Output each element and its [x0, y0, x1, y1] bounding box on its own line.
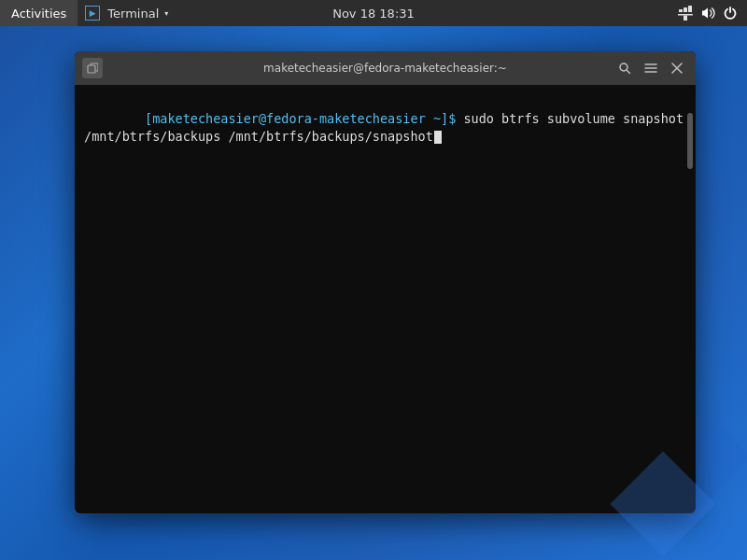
power-icon[interactable]: [721, 0, 740, 26]
menu-button[interactable]: [640, 57, 662, 79]
svg-rect-2: [688, 6, 692, 12]
svg-rect-3: [678, 14, 693, 16]
topbar-right: [676, 0, 747, 26]
terminal-app-icon: ▶: [85, 6, 100, 21]
terminal-cursor: [434, 131, 442, 144]
svg-point-6: [620, 63, 627, 71]
topbar: Activities ▶ Terminal ▾ Nov 18 18:31: [0, 0, 747, 26]
terminal-content[interactable]: [maketecheasier@fedora-maketecheasier ~]…: [75, 85, 696, 513]
svg-rect-1: [684, 7, 687, 12]
topbar-left: Activities ▶ Terminal ▾: [0, 0, 176, 26]
datetime-label: Nov 18 18:31: [332, 7, 415, 21]
activities-button[interactable]: Activities: [0, 0, 78, 26]
terminal-menu-button[interactable]: ▶ Terminal ▾: [78, 0, 176, 26]
scrollbar-thumb[interactable]: [687, 113, 693, 169]
search-button[interactable]: [613, 57, 636, 79]
restore-button[interactable]: [82, 58, 103, 78]
topbar-datetime: Nov 18 18:31: [332, 7, 415, 21]
terminal-title: maketecheasier@fedora-maketecheasier:~: [263, 62, 507, 75]
svg-rect-4: [684, 16, 687, 21]
terminal-window: maketecheasier@fedora-maketecheasier:~: [75, 51, 696, 513]
svg-rect-0: [679, 9, 683, 12]
terminal-prompt: [maketecheasier@fedora-maketecheasier ~]…: [145, 111, 456, 126]
desktop: Activities ▶ Terminal ▾ Nov 18 18:31: [0, 0, 747, 560]
close-button[interactable]: [666, 57, 688, 79]
terminal-command-line: [maketecheasier@fedora-maketecheasier ~]…: [84, 92, 686, 163]
terminal-titlebar: maketecheasier@fedora-maketecheasier:~: [75, 51, 696, 85]
dropdown-arrow-icon: ▾: [164, 9, 168, 18]
titlebar-right: [613, 57, 688, 79]
svg-rect-5: [88, 65, 95, 73]
terminal-app-label: Terminal: [107, 7, 159, 21]
network-icon[interactable]: [676, 0, 695, 26]
volume-icon[interactable]: [698, 0, 717, 26]
titlebar-left: [82, 58, 103, 78]
activities-label: Activities: [11, 7, 66, 21]
terminal-scrollbar[interactable]: [686, 85, 694, 513]
terminal-icon-symbol: ▶: [90, 8, 96, 18]
